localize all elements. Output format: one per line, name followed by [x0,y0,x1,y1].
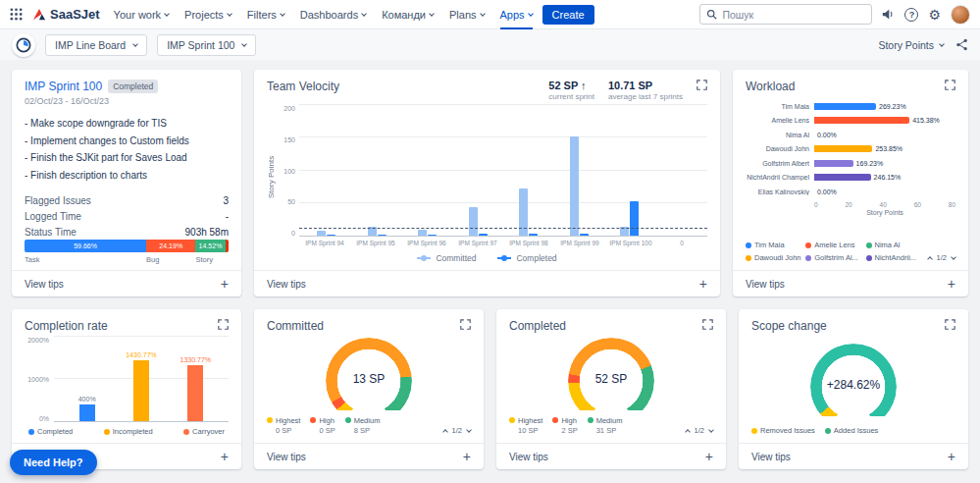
legend-item[interactable]: High0 SP [310,416,335,436]
legend-item[interactable]: Tim Maia [746,241,805,249]
need-help-button[interactable]: Need Help? [10,450,97,475]
nav-dashboards[interactable]: Dashboards [300,0,366,29]
view-tips-link[interactable]: View tips [25,279,64,290]
nav-filters[interactable]: Filters [247,0,284,29]
stat-row: Flagged Issues 3 [25,192,229,208]
expand-icon[interactable] [945,319,955,330]
sprint-title[interactable]: IMP Sprint 100 [25,80,102,93]
view-tips-link[interactable]: View tips [746,279,785,290]
velocity-bar[interactable] [469,207,478,236]
board-select[interactable]: IMP Line Board [45,34,147,56]
chevron-up-icon[interactable] [927,256,933,262]
completion-bar[interactable] [133,360,149,421]
sprint-select[interactable]: IMP Sprint 100 [157,34,256,56]
toolbar-right: Story Points [878,38,968,51]
workload-bar[interactable] [814,117,909,124]
legend-label: High [561,416,576,425]
expand-icon[interactable] [460,319,471,330]
legend-item[interactable]: Medium31 SP [588,416,623,436]
legend-item[interactable]: Removed Issues [751,426,815,435]
workload-row: Nima Al0.00% [746,128,955,142]
velocity-bar[interactable] [418,230,427,236]
nav-teams[interactable]: Команди [382,0,434,29]
legend-item[interactable]: Nima Al [866,241,926,249]
search-input[interactable] [722,9,865,21]
velocity-bar[interactable] [428,235,437,236]
velocity-bar[interactable] [570,136,579,236]
legend-item[interactable]: Completed [28,427,73,436]
add-icon[interactable]: + [221,449,229,464]
view-tips-link[interactable]: View tips [751,452,791,462]
expand-icon[interactable] [218,319,229,330]
nav-apps[interactable]: Apps [500,0,533,29]
completion-bar[interactable] [187,365,203,421]
legend-item[interactable]: Committed [417,253,476,263]
legend-item[interactable]: Medium8 SP [345,416,381,436]
legend-item[interactable]: NichtAndrii... [866,253,926,262]
legend-item[interactable]: Highest10 SP [509,416,542,436]
create-button[interactable]: Create [542,5,594,25]
stat-label: Status Time [25,227,77,238]
legend-item[interactable]: Added Issues [825,426,878,435]
legend-item[interactable]: Carryover [183,427,225,436]
nav-plans[interactable]: Plans [449,0,485,29]
chevron-up-icon[interactable] [685,429,691,435]
user-avatar[interactable] [951,5,970,25]
legend-pagination[interactable]: 1/2 [443,426,471,435]
expand-icon[interactable] [702,319,713,330]
nav-your-work[interactable]: Your work [114,0,170,29]
help-icon[interactable]: ? [904,8,918,22]
legend-pagination[interactable]: 1/2 [686,426,713,435]
app-switcher-icon[interactable] [10,8,23,21]
nav-projects[interactable]: Projects [184,0,232,29]
brand-logo[interactable]: SaaSJet [32,7,100,22]
legend-pagination[interactable]: 1/2 [928,253,955,262]
velocity-bar[interactable] [378,235,387,236]
legend-item[interactable]: Amelie Lens [805,241,865,249]
view-tips-link[interactable]: View tips [509,452,548,462]
completion-bar[interactable] [79,404,95,421]
workload-value: 169.23% [856,160,884,167]
expand-icon[interactable] [945,80,955,90]
chevron-down-icon[interactable] [951,254,956,260]
add-icon[interactable]: + [463,449,471,464]
workload-bar[interactable] [814,174,871,181]
workload-bar[interactable] [814,160,853,167]
nav-label: Filters [247,9,277,21]
workload-bar[interactable] [814,103,876,110]
velocity-bar[interactable] [580,234,589,236]
announcements-icon[interactable] [882,8,895,21]
legend-item[interactable]: Completed [497,253,556,263]
legend-item[interactable]: Incompleted [104,427,153,436]
velocity-bar[interactable] [317,231,326,236]
view-tips-link[interactable]: View tips [267,452,306,462]
assignee-name: Amelie Lens [746,117,814,124]
add-icon[interactable]: + [948,276,955,292]
workload-bar[interactable] [814,145,872,152]
add-icon[interactable]: + [699,276,707,292]
legend-dot [825,428,831,434]
add-icon[interactable]: + [221,276,229,292]
search-box[interactable] [699,4,872,25]
legend-item[interactable]: High2 SP [552,416,577,436]
add-icon[interactable]: + [705,449,713,464]
velocity-y-ticks: 200150100500 [278,105,299,237]
expand-icon[interactable] [696,80,707,90]
unit-select[interactable]: Story Points [878,39,944,51]
chevron-down-icon[interactable] [466,427,472,433]
chevron-down-icon[interactable] [708,427,714,433]
velocity-bar[interactable] [479,234,488,236]
chevron-up-icon[interactable] [442,429,448,435]
velocity-bar[interactable] [529,234,538,236]
view-tips-link[interactable]: View tips [267,279,306,290]
velocity-bar[interactable] [327,235,335,236]
legend-item[interactable]: Dawoudi John [746,253,805,262]
settings-gear-icon[interactable]: ⚙ [928,8,941,22]
add-icon[interactable]: + [948,449,955,464]
share-icon[interactable] [955,38,968,51]
velocity-bar[interactable] [630,201,639,236]
completion-bar-group: 1330.77% [182,337,208,421]
legend-item[interactable]: Highest0 SP [267,416,300,436]
distribution-axis-label: Bug [146,255,195,264]
legend-item[interactable]: Golfstrim Al... [805,253,865,262]
